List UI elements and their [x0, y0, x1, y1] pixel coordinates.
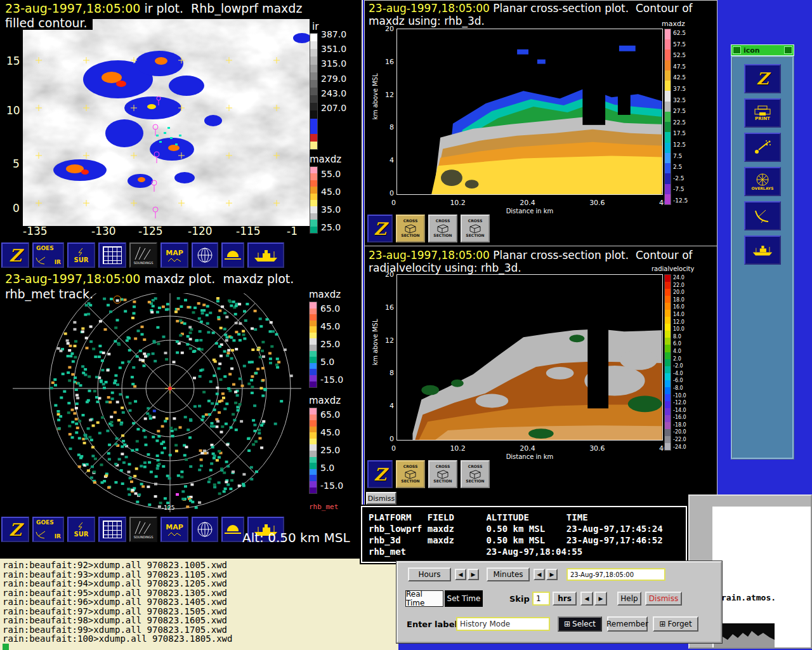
- dismiss-button[interactable]: Dismiss: [366, 492, 396, 505]
- zebra-logo-button[interactable]: Z: [367, 215, 393, 242]
- colorbar-segment: [310, 126, 317, 134]
- ship-button[interactable]: [744, 235, 781, 265]
- cross-section-cube-icon: [403, 223, 417, 234]
- select-button[interactable]: ⊞Select: [558, 616, 602, 632]
- satellite-dish-icon: [35, 530, 49, 540]
- forget-button[interactable]: ⊞Forget: [653, 616, 698, 632]
- skip-value-field[interactable]: 1: [532, 592, 550, 606]
- tick-label: -16.0: [673, 415, 698, 420]
- xs2-y-axis-label: km above MSL: [372, 315, 379, 369]
- skip-forward-button[interactable]: ▶: [594, 592, 607, 606]
- tick-label: 35.0: [321, 204, 357, 215]
- radialvelocity-cross-section-plot[interactable]: [396, 274, 663, 441]
- colorbar-segment: [310, 302, 317, 308]
- globe-button[interactable]: [192, 517, 218, 542]
- hours-button[interactable]: Hours: [408, 567, 451, 581]
- ir-panel-title-text: ir plot. Rhb_lowprf maxdz: [140, 1, 302, 15]
- terminal-window[interactable]: rain:beaufait:92>xdump.all 970823.1005.x…: [0, 559, 398, 650]
- ppi-radar-plot[interactable]: -125: [10, 293, 303, 513]
- soundings-button[interactable]: SOUNDINGS: [129, 242, 157, 268]
- radar-grid-button[interactable]: [98, 517, 126, 542]
- goes-ir-button[interactable]: GOES IR: [32, 242, 64, 268]
- tick-label: 45.0: [320, 427, 356, 437]
- colorbar-segment: [310, 369, 317, 375]
- xs1-timestamp: 23-aug-1997,18:05:00: [369, 2, 490, 15]
- select-label: Select: [572, 620, 596, 628]
- radar-dish-button[interactable]: [744, 201, 781, 230]
- set-time-button[interactable]: Set Time: [445, 590, 483, 607]
- hrs-button[interactable]: hrs: [553, 592, 577, 606]
- dome-icon: [227, 525, 239, 531]
- soundings-button[interactable]: SOUNDINGS: [129, 517, 157, 542]
- zebra-logo-button[interactable]: Z: [1, 242, 29, 268]
- real-time-button[interactable]: Real Time: [405, 590, 443, 607]
- cross-section-button-3[interactable]: CROSS SECTION: [461, 460, 490, 488]
- colorbar-segment: [310, 56, 317, 64]
- radome-button[interactable]: [221, 242, 244, 268]
- zebra-logo-button[interactable]: Z: [367, 460, 393, 488]
- colorbar-segment: [665, 408, 671, 415]
- colorbar-segment: [310, 481, 317, 488]
- text-line: rhb_lowprf maxdz 0.50 km MSL 23-Aug-97,1…: [369, 523, 679, 534]
- ir-colorbar-ticks: 387.0351.0315.0279.0243.0207.0: [321, 29, 357, 113]
- map-button[interactable]: MAP: [160, 242, 188, 268]
- maxdz-cross-section-plot[interactable]: [396, 29, 663, 195]
- zebra-logo-button[interactable]: Z: [1, 517, 29, 542]
- help-button[interactable]: Help: [617, 592, 641, 606]
- zebra-logo-button[interactable]: Z: [744, 64, 781, 93]
- sur-button[interactable]: SUR: [67, 517, 95, 542]
- map-button[interactable]: MAP: [160, 517, 188, 542]
- xs2-title-text: Planar cross-section plot. Contour of: [490, 249, 693, 262]
- hours-decrement-button[interactable]: ◀: [455, 569, 466, 580]
- minutes-increment-button[interactable]: ▶: [546, 569, 558, 580]
- ir-x-tick: -125: [138, 225, 163, 237]
- sur-button[interactable]: SUR: [67, 242, 95, 268]
- radome-button[interactable]: [221, 517, 244, 542]
- globe-button[interactable]: [192, 242, 218, 268]
- time-dismiss-button[interactable]: Dismiss: [645, 592, 682, 606]
- tick-label: 10.2: [450, 444, 466, 453]
- label-input-field[interactable]: History Mode: [456, 617, 550, 631]
- minutes-button[interactable]: Minutes: [487, 567, 530, 581]
- cross-section-column: 23-aug-1997,18:05:00 Planar cross-sectio…: [364, 0, 717, 507]
- globe-icon: [197, 521, 213, 538]
- tick-label: -10.0: [673, 393, 698, 399]
- spray-tool-button[interactable]: [744, 133, 781, 162]
- radar-grid-button[interactable]: [98, 242, 126, 268]
- cross-section-cube-icon: [403, 469, 417, 479]
- tick-label: 16.0: [673, 304, 698, 310]
- ir-satellite-plot[interactable]: [23, 19, 310, 226]
- soundings-label: SOUNDINGS: [134, 261, 154, 265]
- colorbar-segment: [665, 50, 671, 60]
- colorbar-segment: [665, 296, 671, 303]
- tick-label: 30.6: [589, 444, 605, 453]
- minutes-decrement-button[interactable]: ◀: [534, 569, 545, 580]
- window-iconify-button[interactable]: [784, 46, 792, 54]
- section-label: SECTION: [401, 479, 419, 484]
- overlays-button[interactable]: OVERLAYS: [744, 167, 781, 196]
- cross-section-button-1[interactable]: CROSS SECTION: [396, 460, 425, 488]
- grid-icon: [103, 246, 122, 264]
- ir-y-tick: 0: [13, 202, 20, 215]
- cross-section-button-2[interactable]: CROSS SECTION: [428, 215, 457, 242]
- colorbar-segment: [665, 345, 671, 352]
- cross-section-button-2[interactable]: CROSS SECTION: [428, 460, 457, 488]
- cross-section-button-3[interactable]: CROSS SECTION: [461, 215, 490, 242]
- hours-increment-button[interactable]: ▶: [468, 569, 479, 580]
- tick-label: 24.0: [673, 275, 698, 281]
- xs1-colorbar-ticks: 62.557.552.547.542.537.532.527.522.517.5…: [673, 30, 698, 204]
- ppi-colorbar2-label: maxdz: [309, 395, 341, 406]
- skewt-icon: [133, 520, 154, 535]
- skip-back-button[interactable]: ◀: [580, 592, 593, 606]
- icon-window-titlebar[interactable]: icon: [731, 44, 794, 56]
- tick-label: 4: [390, 156, 394, 164]
- grid-glyph: ⊞: [659, 620, 665, 628]
- window-menu-button[interactable]: [733, 46, 741, 54]
- remember-button[interactable]: Remember: [607, 616, 648, 632]
- cross-section-button-1[interactable]: CROSS SECTION: [396, 215, 425, 242]
- ship-button[interactable]: [247, 242, 284, 268]
- time-value-field[interactable]: 23-Aug-97,18:05:00: [566, 568, 665, 581]
- print-button[interactable]: PRINT: [744, 98, 781, 128]
- goes-ir-button[interactable]: GOES IR: [32, 517, 64, 542]
- ir-y-tick: 5: [13, 157, 20, 170]
